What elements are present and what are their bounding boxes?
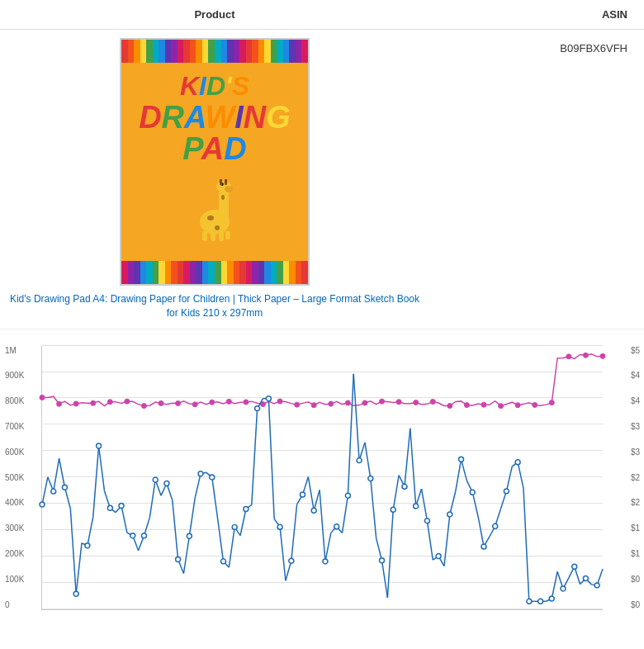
svg-point-46 [583, 353, 588, 358]
chart-inner: 0 100K 200K 300K 400K 500K 600K 700K 800… [41, 346, 603, 610]
product-column-header: Product [0, 8, 429, 21]
svg-line-56 [88, 517, 93, 546]
svg-line-108 [382, 560, 388, 597]
svg-point-28 [277, 399, 282, 404]
svg-point-147 [40, 502, 45, 507]
svg-point-3 [225, 186, 233, 192]
svg-line-57 [93, 446, 99, 517]
svg-rect-9 [211, 231, 215, 241]
svg-line-109 [387, 509, 393, 598]
svg-point-168 [277, 524, 282, 529]
book-cover-inner: KID'S DRAWING PAD [121, 63, 308, 261]
svg-line-130 [506, 466, 512, 490]
svg-point-18 [107, 399, 112, 404]
svg-line-53 [70, 509, 76, 594]
svg-point-16 [73, 401, 78, 406]
svg-line-120 [450, 491, 456, 514]
pencils-bottom [121, 261, 308, 284]
svg-line-98 [325, 533, 331, 561]
svg-point-44 [549, 400, 554, 405]
svg-line-81 [229, 527, 234, 567]
svg-point-30 [311, 402, 316, 407]
svg-line-105 [365, 442, 371, 478]
svg-point-29 [295, 402, 300, 407]
svg-point-158 [164, 481, 169, 486]
svg-point-32 [345, 400, 350, 405]
svg-rect-8 [202, 231, 207, 241]
svg-point-184 [459, 457, 464, 462]
svg-point-196 [594, 582, 599, 587]
svg-line-96 [314, 490, 320, 510]
svg-point-39 [464, 402, 469, 407]
svg-line-78 [212, 477, 218, 519]
svg-point-166 [255, 405, 260, 410]
svg-line-54 [76, 542, 82, 594]
svg-point-24 [210, 400, 215, 405]
svg-point-6 [215, 225, 220, 230]
svg-point-161 [198, 471, 203, 476]
svg-point-41 [499, 403, 504, 408]
svg-point-38 [447, 403, 452, 408]
svg-line-132 [518, 462, 523, 488]
svg-point-47 [600, 353, 605, 358]
svg-point-189 [515, 459, 520, 464]
svg-point-174 [345, 493, 350, 498]
svg-point-162 [210, 475, 215, 480]
svg-line-115 [422, 489, 428, 521]
svg-point-42 [515, 402, 520, 407]
svg-point-163 [220, 558, 225, 563]
svg-line-138 [552, 571, 557, 599]
svg-line-51 [59, 458, 65, 487]
svg-point-34 [380, 399, 385, 404]
svg-point-26 [244, 400, 249, 405]
svg-point-170 [300, 492, 305, 497]
svg-line-97 [320, 490, 325, 561]
svg-point-172 [323, 559, 328, 564]
svg-line-67 [149, 480, 155, 518]
svg-line-113 [410, 428, 416, 505]
svg-line-79 [218, 519, 224, 561]
svg-line-124 [472, 492, 478, 517]
svg-point-185 [470, 490, 475, 495]
svg-line-95 [308, 476, 314, 510]
svg-line-74 [189, 498, 195, 536]
svg-line-75 [195, 473, 201, 497]
svg-point-43 [533, 402, 537, 407]
svg-point-156 [141, 533, 146, 538]
svg-line-91 [286, 561, 291, 580]
svg-point-21 [159, 400, 163, 405]
svg-point-157 [153, 477, 158, 482]
svg-point-175 [357, 457, 362, 462]
pad-text: PAD [182, 133, 246, 164]
svg-line-88 [268, 398, 274, 519]
svg-point-36 [414, 400, 419, 405]
y-axis-right: $0 $0 $1 $1 $2 $2 $3 $3 $4 $4 $5 [631, 346, 640, 609]
svg-point-45 [566, 353, 571, 358]
svg-point-15 [57, 401, 62, 406]
svg-rect-1 [219, 189, 229, 224]
svg-rect-12 [220, 179, 222, 185]
svg-point-33 [362, 400, 367, 405]
svg-point-171 [311, 508, 316, 513]
svg-point-23 [192, 401, 197, 406]
svg-point-14 [40, 395, 45, 400]
svg-line-102 [348, 373, 353, 495]
svg-point-25 [226, 399, 231, 404]
svg-point-150 [73, 591, 78, 596]
svg-rect-10 [219, 231, 224, 241]
svg-point-181 [424, 518, 429, 523]
svg-line-121 [456, 459, 462, 491]
svg-line-92 [291, 504, 297, 561]
svg-point-152 [97, 443, 102, 448]
svg-line-103 [353, 373, 359, 460]
svg-point-149 [62, 485, 67, 490]
svg-point-169 [289, 558, 294, 563]
svg-line-85 [252, 408, 258, 505]
svg-rect-13 [225, 179, 227, 185]
svg-point-192 [549, 596, 554, 601]
giraffe-icon [186, 168, 244, 243]
svg-line-116 [427, 520, 433, 559]
svg-point-176 [368, 476, 373, 481]
svg-point-155 [130, 533, 135, 538]
product-title-link[interactable]: Kid's Drawing Pad A4: Drawing Paper for … [0, 292, 429, 320]
